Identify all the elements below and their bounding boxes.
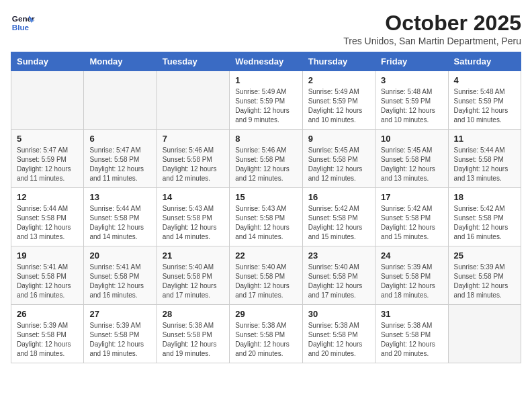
day-number: 1: [235, 75, 296, 85]
calendar-day-28: 28Sunrise: 5:38 AM Sunset: 5:58 PM Dayli…: [157, 305, 229, 363]
calendar-day-17: 17Sunrise: 5:42 AM Sunset: 5:58 PM Dayli…: [375, 188, 448, 246]
calendar-day-7: 7Sunrise: 5:46 AM Sunset: 5:58 PM Daylig…: [157, 130, 229, 188]
day-info: Sunrise: 5:39 AM Sunset: 5:58 PM Dayligh…: [381, 263, 442, 300]
day-number: 3: [381, 75, 442, 85]
day-info: Sunrise: 5:39 AM Sunset: 5:58 PM Dayligh…: [454, 263, 515, 300]
day-info: Sunrise: 5:38 AM Sunset: 5:58 PM Dayligh…: [381, 321, 442, 359]
day-number: 30: [308, 309, 369, 319]
day-number: 17: [381, 192, 442, 202]
location-subtitle: Tres Unidos, San Martin Department, Peru: [343, 36, 521, 46]
day-number: 25: [454, 250, 515, 261]
day-number: 19: [17, 250, 78, 261]
calendar-day-22: 22Sunrise: 5:40 AM Sunset: 5:58 PM Dayli…: [230, 246, 302, 305]
day-number: 13: [89, 192, 150, 202]
calendar-day-25: 25Sunrise: 5:39 AM Sunset: 5:58 PM Dayli…: [448, 246, 521, 305]
day-info: Sunrise: 5:42 AM Sunset: 5:58 PM Dayligh…: [308, 204, 369, 242]
day-info: Sunrise: 5:45 AM Sunset: 5:58 PM Dayligh…: [381, 146, 442, 183]
day-number: 2: [308, 75, 369, 85]
day-number: 24: [381, 250, 442, 261]
day-info: Sunrise: 5:44 AM Sunset: 5:58 PM Dayligh…: [454, 146, 515, 183]
day-number: 5: [17, 134, 78, 144]
calendar-day-15: 15Sunrise: 5:43 AM Sunset: 5:58 PM Dayli…: [230, 188, 302, 246]
calendar-day-16: 16Sunrise: 5:42 AM Sunset: 5:58 PM Dayli…: [302, 188, 375, 246]
day-number: 9: [308, 134, 369, 144]
calendar-day-20: 20Sunrise: 5:41 AM Sunset: 5:58 PM Dayli…: [84, 246, 157, 305]
day-info: Sunrise: 5:43 AM Sunset: 5:58 PM Dayligh…: [235, 204, 296, 242]
day-number: 23: [308, 250, 369, 261]
day-info: Sunrise: 5:46 AM Sunset: 5:58 PM Dayligh…: [163, 146, 224, 183]
day-info: Sunrise: 5:41 AM Sunset: 5:58 PM Dayligh…: [89, 263, 150, 300]
day-info: Sunrise: 5:38 AM Sunset: 5:58 PM Dayligh…: [235, 321, 296, 359]
day-info: Sunrise: 5:39 AM Sunset: 5:58 PM Dayligh…: [17, 321, 78, 359]
calendar-week-row: 5Sunrise: 5:47 AM Sunset: 5:59 PM Daylig…: [11, 130, 521, 188]
calendar-day-6: 6Sunrise: 5:47 AM Sunset: 5:58 PM Daylig…: [84, 130, 157, 188]
day-info: Sunrise: 5:41 AM Sunset: 5:58 PM Dayligh…: [17, 263, 78, 300]
calendar-day-30: 30Sunrise: 5:38 AM Sunset: 5:58 PM Dayli…: [302, 305, 375, 363]
calendar-day-29: 29Sunrise: 5:38 AM Sunset: 5:58 PM Dayli…: [230, 305, 302, 363]
calendar-day-3: 3Sunrise: 5:48 AM Sunset: 5:59 PM Daylig…: [375, 71, 448, 130]
weekday-header-tuesday: Tuesday: [157, 52, 229, 71]
day-info: Sunrise: 5:49 AM Sunset: 5:59 PM Dayligh…: [308, 87, 369, 125]
weekday-header-sunday: Sunday: [11, 52, 84, 71]
weekday-header-friday: Friday: [375, 52, 448, 71]
day-info: Sunrise: 5:43 AM Sunset: 5:58 PM Dayligh…: [163, 204, 224, 242]
day-info: Sunrise: 5:38 AM Sunset: 5:58 PM Dayligh…: [308, 321, 369, 359]
day-number: 26: [17, 309, 78, 319]
day-number: 8: [235, 134, 296, 144]
day-info: Sunrise: 5:44 AM Sunset: 5:58 PM Dayligh…: [89, 204, 150, 242]
month-title: October 2025: [343, 11, 521, 36]
day-number: 6: [89, 134, 150, 144]
day-number: 22: [235, 250, 296, 261]
day-number: 7: [163, 134, 224, 144]
calendar-day-5: 5Sunrise: 5:47 AM Sunset: 5:59 PM Daylig…: [11, 130, 84, 188]
day-info: Sunrise: 5:47 AM Sunset: 5:58 PM Dayligh…: [89, 146, 150, 183]
weekday-header-saturday: Saturday: [448, 52, 521, 71]
day-number: 15: [235, 192, 296, 202]
day-number: 20: [89, 250, 150, 261]
calendar-day-10: 10Sunrise: 5:45 AM Sunset: 5:58 PM Dayli…: [375, 130, 448, 188]
day-info: Sunrise: 5:40 AM Sunset: 5:58 PM Dayligh…: [308, 263, 369, 300]
day-info: Sunrise: 5:38 AM Sunset: 5:58 PM Dayligh…: [163, 321, 224, 359]
day-info: Sunrise: 5:47 AM Sunset: 5:59 PM Dayligh…: [17, 146, 78, 183]
calendar-day-4: 4Sunrise: 5:48 AM Sunset: 5:59 PM Daylig…: [448, 71, 521, 130]
day-info: Sunrise: 5:49 AM Sunset: 5:59 PM Dayligh…: [235, 87, 296, 125]
weekday-header-monday: Monday: [84, 52, 157, 71]
calendar-day-19: 19Sunrise: 5:41 AM Sunset: 5:58 PM Dayli…: [11, 246, 84, 305]
day-info: Sunrise: 5:40 AM Sunset: 5:58 PM Dayligh…: [163, 263, 224, 300]
calendar-week-row: 1Sunrise: 5:49 AM Sunset: 5:59 PM Daylig…: [11, 71, 521, 130]
logo-icon: General Blue: [11, 11, 35, 35]
calendar-week-row: 19Sunrise: 5:41 AM Sunset: 5:58 PM Dayli…: [11, 246, 521, 305]
page-header: General Blue October 2025 Tres Unidos, S…: [11, 11, 521, 46]
calendar-day-18: 18Sunrise: 5:42 AM Sunset: 5:58 PM Dayli…: [448, 188, 521, 246]
calendar-day-1: 1Sunrise: 5:49 AM Sunset: 5:59 PM Daylig…: [230, 71, 302, 130]
day-number: 14: [163, 192, 224, 202]
calendar-day-12: 12Sunrise: 5:44 AM Sunset: 5:58 PM Dayli…: [11, 188, 84, 246]
day-info: Sunrise: 5:39 AM Sunset: 5:58 PM Dayligh…: [89, 321, 150, 359]
day-number: 11: [454, 134, 515, 144]
calendar-empty-cell: [448, 305, 521, 363]
day-number: 16: [308, 192, 369, 202]
day-number: 27: [89, 309, 150, 319]
calendar-day-2: 2Sunrise: 5:49 AM Sunset: 5:59 PM Daylig…: [302, 71, 375, 130]
calendar-day-9: 9Sunrise: 5:45 AM Sunset: 5:58 PM Daylig…: [302, 130, 375, 188]
calendar-day-23: 23Sunrise: 5:40 AM Sunset: 5:58 PM Dayli…: [302, 246, 375, 305]
day-info: Sunrise: 5:48 AM Sunset: 5:59 PM Dayligh…: [381, 87, 442, 125]
weekday-header-thursday: Thursday: [302, 52, 375, 71]
day-info: Sunrise: 5:45 AM Sunset: 5:58 PM Dayligh…: [308, 146, 369, 183]
calendar-day-14: 14Sunrise: 5:43 AM Sunset: 5:58 PM Dayli…: [157, 188, 229, 246]
day-info: Sunrise: 5:48 AM Sunset: 5:59 PM Dayligh…: [454, 87, 515, 125]
day-info: Sunrise: 5:40 AM Sunset: 5:58 PM Dayligh…: [235, 263, 296, 300]
calendar-empty-cell: [157, 71, 229, 130]
calendar-day-11: 11Sunrise: 5:44 AM Sunset: 5:58 PM Dayli…: [448, 130, 521, 188]
day-number: 18: [454, 192, 515, 202]
calendar-day-21: 21Sunrise: 5:40 AM Sunset: 5:58 PM Dayli…: [157, 246, 229, 305]
day-info: Sunrise: 5:42 AM Sunset: 5:58 PM Dayligh…: [381, 204, 442, 242]
calendar-empty-cell: [11, 71, 84, 130]
calendar-day-26: 26Sunrise: 5:39 AM Sunset: 5:58 PM Dayli…: [11, 305, 84, 363]
calendar-day-13: 13Sunrise: 5:44 AM Sunset: 5:58 PM Dayli…: [84, 188, 157, 246]
calendar-empty-cell: [84, 71, 157, 130]
day-number: 31: [381, 309, 442, 319]
day-info: Sunrise: 5:44 AM Sunset: 5:58 PM Dayligh…: [17, 204, 78, 242]
day-info: Sunrise: 5:46 AM Sunset: 5:58 PM Dayligh…: [235, 146, 296, 183]
title-section: October 2025 Tres Unidos, San Martin Dep…: [343, 11, 521, 46]
